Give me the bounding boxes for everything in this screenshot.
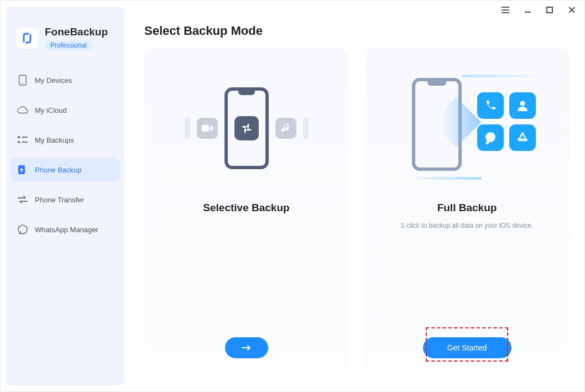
selective-backup-illustration <box>155 59 337 197</box>
svg-rect-4 <box>18 141 20 143</box>
phone-outline-icon <box>224 87 269 169</box>
sidebar-item-label: My Backups <box>35 136 74 144</box>
card-selective-backup[interactable]: Selective Backup <box>144 48 348 375</box>
arrow-right-icon <box>241 344 252 351</box>
card-title: Selective Backup <box>203 202 289 214</box>
sidebar-item-label: My iCloud <box>35 106 67 114</box>
backup-mode-cards: Selective Backup <box>144 48 569 375</box>
appstore-icon <box>509 124 536 151</box>
sidebar-item-label: WhatsApp Manager <box>35 226 98 234</box>
sidebar-item-label: Phone Backup <box>35 166 82 174</box>
svg-point-11 <box>520 101 525 106</box>
transfer-icon <box>17 194 28 205</box>
svg-rect-6 <box>22 142 28 143</box>
main-content: Select Backup Mode <box>124 1 584 391</box>
svg-point-2 <box>22 83 23 84</box>
cloud-icon <box>17 104 28 116</box>
svg-rect-9 <box>202 125 209 132</box>
selective-backup-next-button[interactable] <box>225 337 268 358</box>
svg-point-12 <box>485 132 495 142</box>
backup-icon <box>17 164 28 175</box>
music-icon <box>275 118 296 139</box>
full-backup-illustration <box>376 59 558 197</box>
sidebar-item-phone-transfer[interactable]: Phone Transfer <box>11 187 120 212</box>
svg-point-10 <box>246 127 248 129</box>
svg-rect-3 <box>18 136 20 138</box>
sidebar-item-phone-backup[interactable]: Phone Backup <box>11 158 120 182</box>
list-icon <box>17 134 28 145</box>
sidebar-item-whatsapp-manager[interactable]: WhatsApp Manager <box>11 217 120 242</box>
app-edition-badge: Professional <box>45 40 92 50</box>
card-title: Full Backup <box>437 202 497 214</box>
message-icon <box>477 124 504 151</box>
contact-icon <box>509 92 536 119</box>
sidebar-item-my-devices[interactable]: My Devices <box>11 68 120 92</box>
sidebar-item-label: Phone Transfer <box>35 196 84 204</box>
phone-call-icon <box>477 92 504 119</box>
fan-icon <box>234 116 259 140</box>
svg-rect-5 <box>22 137 28 138</box>
sidebar-item-my-icloud[interactable]: My iCloud <box>11 98 120 122</box>
card-full-backup[interactable]: Full Backup 1-click to backup all data o… <box>365 48 569 375</box>
brand: FoneBackup Professional <box>6 26 124 50</box>
app-logo-icon <box>16 27 38 49</box>
app-title: FoneBackup <box>45 26 108 38</box>
app-window: FoneBackup Professional My Devices My iC… <box>0 0 585 392</box>
video-icon <box>197 118 218 139</box>
sidebar-item-my-backups[interactable]: My Backups <box>11 128 120 152</box>
card-subtitle: 1-click to backup all data on your iOS d… <box>401 222 533 229</box>
get-started-button[interactable]: Get Started <box>423 337 511 358</box>
sidebar: FoneBackup Professional My Devices My iC… <box>6 6 124 386</box>
chat-icon <box>17 224 28 235</box>
page-title: Select Backup Mode <box>144 24 569 38</box>
phone-icon <box>17 75 28 86</box>
sidebar-item-label: My Devices <box>35 76 72 85</box>
sidebar-nav: My Devices My iCloud My Backups Phone Ba… <box>6 68 124 242</box>
